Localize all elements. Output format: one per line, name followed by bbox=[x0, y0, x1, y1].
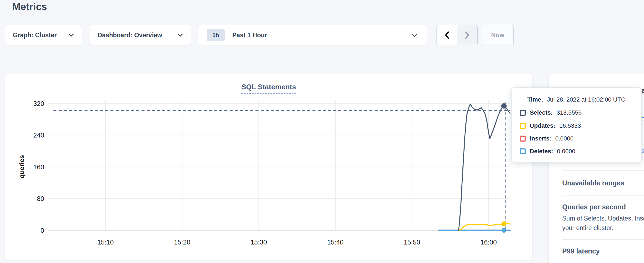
chart-title-wrap: SQL Statements bbox=[5, 83, 532, 94]
sidebar-divider bbox=[562, 170, 644, 171]
tooltip-series-label: Deletes: bbox=[530, 148, 553, 155]
graph-dropdown[interactable]: Graph: Cluster bbox=[5, 25, 82, 45]
page-title: Metrics bbox=[12, 1, 47, 13]
time-step-button-group bbox=[437, 25, 478, 45]
sidebar-divider bbox=[562, 239, 644, 240]
tooltip-series-label: Selects: bbox=[530, 109, 553, 116]
sidebar-heading-queries-per-second: Queries per second bbox=[562, 203, 626, 211]
dashboard-dropdown-label: Dashboard: Overview bbox=[98, 32, 162, 39]
next-time-button[interactable] bbox=[457, 25, 477, 45]
now-button[interactable]: Now bbox=[482, 25, 514, 45]
time-range-selector[interactable]: 1h Past 1 Hour bbox=[198, 25, 427, 45]
selects-series-swatch-icon bbox=[520, 110, 526, 116]
tooltip-row-inserts: Inserts: 0.0000 bbox=[520, 135, 574, 142]
tooltip-time-label: Time: bbox=[527, 96, 543, 103]
time-range-badge: 1h bbox=[207, 29, 225, 41]
sidebar-heading-unavailable-ranges: Unavailable ranges bbox=[562, 179, 624, 187]
previous-time-button[interactable] bbox=[437, 25, 457, 45]
dashboard-dropdown[interactable]: Dashboard: Overview bbox=[90, 25, 191, 45]
clipped-link-fragment: s bbox=[642, 114, 644, 121]
tooltip-row-deletes: Deletes: 0.0000 bbox=[520, 148, 575, 155]
tooltip-series-value: 313.5556 bbox=[556, 109, 582, 116]
sidebar-heading-p99-latency: P99 latency bbox=[562, 247, 600, 255]
chevron-down-icon bbox=[68, 33, 74, 37]
sidebar-description-line: Sum of Selects, Updates, Inser bbox=[562, 215, 644, 222]
chevron-down-icon bbox=[177, 33, 183, 37]
tooltip-time-row: Time:Jul 28, 2022 at 16:02:00 UTC bbox=[527, 96, 625, 103]
sql-statements-chart-card bbox=[5, 74, 532, 260]
graph-dropdown-label: Graph: Cluster bbox=[13, 32, 57, 39]
tooltip-time-value: Jul 28, 2022 at 16:02:00 UTC bbox=[547, 96, 625, 103]
tooltip-series-label: Updates: bbox=[530, 122, 555, 129]
tooltip-series-value: 0.0000 bbox=[555, 135, 573, 142]
tooltip-row-updates: Updates: 16.5333 bbox=[520, 122, 581, 129]
clipped-link-fragment: s bbox=[642, 147, 644, 155]
inserts-series-swatch-icon bbox=[520, 136, 526, 142]
tooltip-series-value: 0.0000 bbox=[557, 148, 575, 155]
deletes-series-swatch-icon bbox=[520, 148, 526, 154]
chevron-down-icon bbox=[411, 33, 418, 37]
chevron-left-icon bbox=[444, 31, 449, 39]
sidebar-description-line: your entire cluster. bbox=[562, 224, 644, 232]
sidebar-divider bbox=[562, 195, 644, 195]
updates-series-swatch-icon bbox=[520, 123, 526, 129]
clipped-text-fragment: a bbox=[642, 87, 644, 94]
now-button-label: Now bbox=[491, 32, 504, 39]
chart-tooltip: Time:Jul 28, 2022 at 16:02:00 UTC Select… bbox=[511, 87, 642, 162]
chart-title[interactable]: SQL Statements bbox=[241, 83, 296, 94]
time-range-label: Past 1 Hour bbox=[232, 32, 411, 39]
tooltip-series-label: Inserts: bbox=[530, 135, 551, 142]
tooltip-series-value: 16.5333 bbox=[559, 122, 581, 129]
tooltip-row-selects: Selects: 313.5556 bbox=[520, 109, 582, 116]
chevron-right-icon bbox=[465, 31, 470, 39]
